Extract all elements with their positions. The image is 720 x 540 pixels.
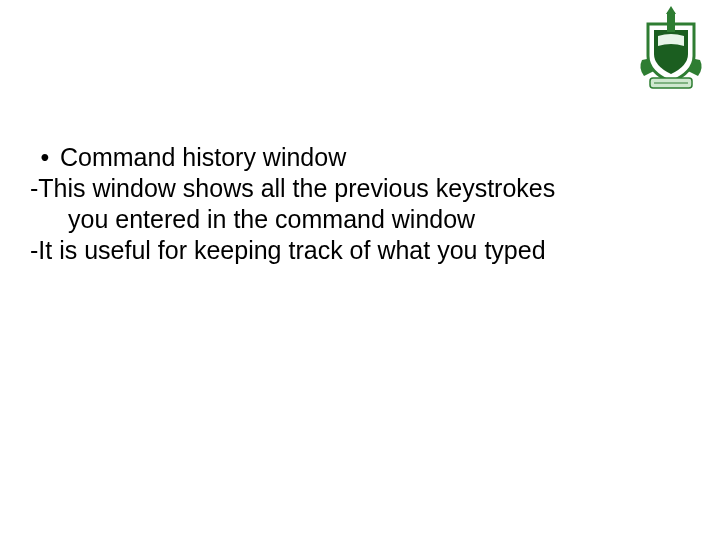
dash-line-1-cont: you entered in the command window xyxy=(30,204,670,235)
dash-line-1: -This window shows all the previous keys… xyxy=(30,173,670,204)
bullet-text: Command history window xyxy=(60,142,670,173)
svg-rect-0 xyxy=(667,12,675,32)
bullet-item: • Command history window xyxy=(30,142,670,173)
slide: • Command history window -This window sh… xyxy=(0,0,720,540)
university-crest-logo xyxy=(636,6,706,96)
bullet-marker: • xyxy=(30,142,60,173)
slide-body: • Command history window -This window sh… xyxy=(30,142,670,266)
svg-marker-1 xyxy=(666,6,676,14)
dash-line-2: -It is useful for keeping track of what … xyxy=(30,235,670,266)
